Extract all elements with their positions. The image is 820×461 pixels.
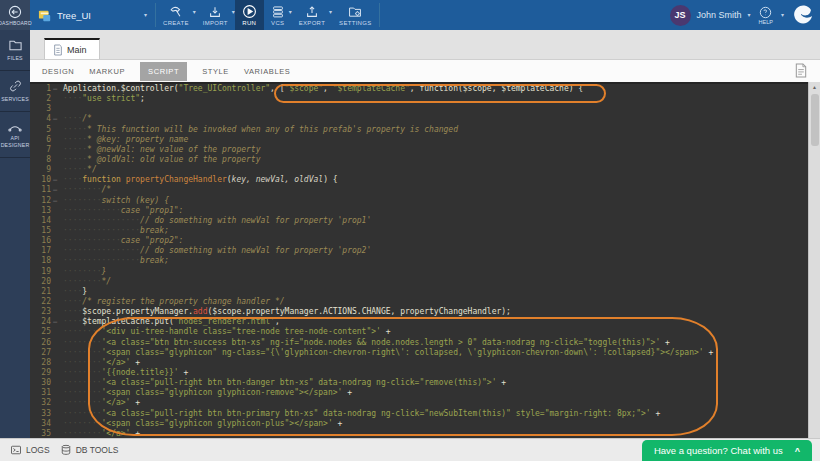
- chat-label: Have a question? Chat with us: [654, 445, 783, 456]
- menu-settings[interactable]: SETTINGS: [332, 0, 378, 30]
- help-menu[interactable]: HELP: [759, 6, 773, 25]
- sidebar-item-services[interactable]: SERVICES: [0, 71, 30, 112]
- fold-toggle-icon[interactable]: –: [51, 114, 59, 124]
- whitespace-dots: ················: [63, 256, 140, 265]
- menu-import[interactable]: IMPORT▾: [196, 0, 235, 30]
- menu-export[interactable]: EXPORT▾: [292, 0, 332, 30]
- line-number: 19: [30, 267, 51, 277]
- tab-main[interactable]: Main: [44, 38, 100, 59]
- user-menu[interactable]: JS John Smith ▾: [670, 5, 751, 26]
- tab-variables[interactable]: VARIABLES: [244, 67, 291, 76]
- code-line: 32········'</a>' +: [30, 398, 808, 408]
- fold-gutter: [51, 287, 59, 297]
- fold-gutter: [51, 216, 59, 226]
- fold-gutter: [51, 297, 59, 307]
- dashboard-button[interactable]: DASHBOARD: [0, 0, 30, 30]
- fold-gutter: [51, 125, 59, 135]
- line-number: 10: [30, 175, 51, 185]
- menu-create[interactable]: CREATE▾: [156, 0, 196, 30]
- wavemaker-logo-icon: [792, 4, 814, 26]
- code-line: 16············case "prop2":: [30, 236, 808, 246]
- chat-widget-button[interactable]: Have a question? Chat with us ^: [642, 440, 812, 461]
- wavemaker-studio-window: DASHBOARD Tree_UI ▾ CREATE▾IMPORT▾RUNVCS…: [0, 0, 820, 461]
- whitespace-dots: ········: [63, 196, 102, 205]
- menu-vcs[interactable]: VCS▾: [264, 0, 292, 30]
- whitespace-dots: ········: [63, 429, 102, 438]
- fold-gutter: [51, 165, 59, 175]
- logs-button[interactable]: LOGS: [10, 444, 50, 456]
- code-line: 7·····* @newVal: new value of the proper…: [30, 145, 808, 155]
- menu-label: IMPORT: [203, 20, 228, 26]
- code-text: ········switch (key) {: [59, 196, 169, 206]
- code-text: ·····* @oldVal: old value of the propert…: [59, 155, 260, 165]
- whitespace-dots: ········: [63, 348, 102, 357]
- sidebar-item-files[interactable]: FILES: [0, 30, 30, 71]
- main-menu: CREATE▾IMPORT▾RUNVCS▾EXPORT▾SETTINGS: [156, 0, 379, 30]
- whitespace-dots: ········: [63, 327, 102, 336]
- line-number: 30: [30, 378, 51, 388]
- menu-run[interactable]: RUN: [235, 0, 264, 30]
- whitespace-dots: ················: [63, 226, 140, 235]
- avatar: JS: [670, 5, 691, 26]
- code-text: ····$scope.propertyManager.add($scope.pr…: [59, 307, 511, 317]
- code-line: 29········'{{node.title}}' +: [30, 368, 808, 378]
- scroll-up-icon[interactable]: ▲: [809, 82, 820, 92]
- tab-design[interactable]: DESIGN: [42, 67, 74, 76]
- code-text: ·····* @newVal: new value of the propert…: [59, 145, 260, 155]
- code-text: ················break;: [59, 226, 169, 236]
- fold-toggle-icon[interactable]: –: [51, 185, 59, 195]
- code-line: 35········'</a>' +: [30, 429, 808, 438]
- code-text: ····"use strict";: [59, 94, 145, 104]
- fold-toggle-icon[interactable]: –: [51, 196, 59, 206]
- tab-script[interactable]: SCRIPT: [140, 62, 187, 81]
- fold-gutter: [51, 145, 59, 155]
- help-label: HELP: [759, 19, 773, 25]
- menu-label: RUN: [242, 20, 256, 26]
- code-line: 22····/* register the property change ha…: [30, 297, 808, 307]
- whitespace-dots: ········: [63, 267, 102, 276]
- code-text: ········/*: [59, 185, 111, 195]
- code-text: ········'<span class="glyphicon glyphico…: [59, 419, 342, 429]
- whitespace-dots: ····: [63, 175, 82, 184]
- code-editor[interactable]: 1–Application.$controller("Tree_UIContro…: [30, 82, 808, 438]
- logs-icon: [10, 444, 22, 456]
- import-icon: [208, 5, 222, 19]
- project-selector[interactable]: Tree_UI ▾: [30, 0, 155, 30]
- whitespace-dots: ····: [63, 94, 82, 103]
- tab-markup[interactable]: MARKUP: [89, 67, 125, 76]
- code-line: 27········'<span class="glyphicon" ng-cl…: [30, 348, 808, 358]
- fold-gutter: [51, 378, 59, 388]
- line-number: 1: [30, 84, 51, 94]
- code-line: 25········'<div ui-tree-handle class="tr…: [30, 327, 808, 337]
- fold-toggle-icon[interactable]: –: [51, 84, 59, 94]
- fold-gutter: [51, 429, 59, 438]
- sidebar-item-api-designer[interactable]: APIDESIGNER: [0, 112, 30, 159]
- bottom-bar: LOGS DB TOOLS Have a question? Chat with…: [0, 438, 820, 461]
- code-line: 13············case "prop1":: [30, 206, 808, 216]
- code-line: 9·····*/: [30, 165, 808, 175]
- line-number: 34: [30, 419, 51, 429]
- line-number: 4: [30, 114, 51, 124]
- db-tools-button[interactable]: DB TOOLS: [60, 444, 119, 456]
- chevron-down-icon: ▾: [748, 12, 751, 18]
- fold-toggle-icon[interactable]: –: [51, 175, 59, 185]
- line-number: 28: [30, 358, 51, 368]
- code-line: 26········'<a class="btn btn-success btn…: [30, 338, 808, 348]
- document-icon: [53, 44, 63, 56]
- tab-style[interactable]: STYLE: [202, 67, 229, 76]
- editor-scrollbar[interactable]: ▲: [808, 82, 820, 438]
- fold-toggle-icon[interactable]: –: [51, 317, 59, 327]
- code-line: 14················// do something with n…: [30, 216, 808, 226]
- code-text: ················break;: [59, 256, 169, 266]
- format-document-icon[interactable]: [794, 63, 808, 78]
- whitespace-dots: ········: [63, 419, 102, 428]
- settings-icon: [348, 5, 362, 19]
- code-text: ········'</a>' +: [59, 429, 140, 438]
- scrollbar-thumb[interactable]: [811, 94, 819, 146]
- fold-gutter: [51, 155, 59, 165]
- db-tools-label: DB TOOLS: [76, 445, 119, 455]
- hammer-icon: [169, 5, 183, 19]
- code-text: ········'{{node.title}}' +: [59, 368, 188, 378]
- line-number: 13: [30, 206, 51, 216]
- whitespace-dots: ········: [63, 277, 102, 286]
